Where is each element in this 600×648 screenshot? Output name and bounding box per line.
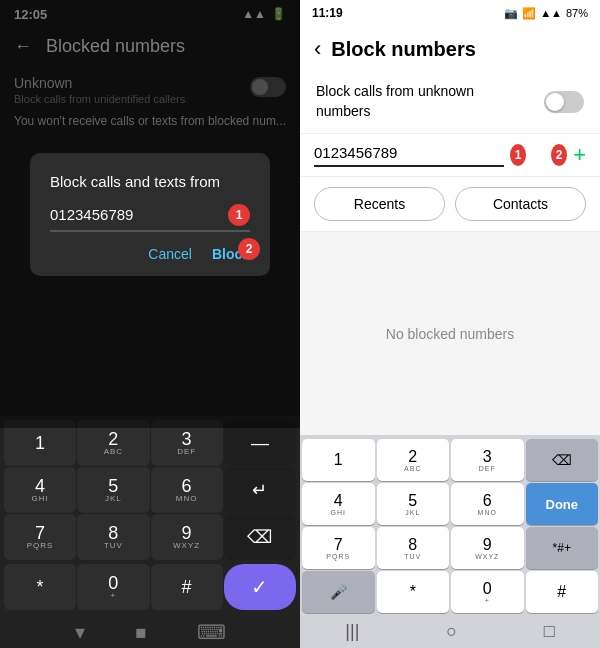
camera-icon: 📷 [504, 7, 518, 20]
rk-mic[interactable]: 🎤 [302, 571, 375, 613]
block-dialog: Block calls and texts from 0123456789 1 … [30, 153, 270, 276]
nav-home-icon: ◼ [135, 624, 147, 640]
left-nav-bar: ▾ ◼ ⌨ [0, 614, 300, 648]
cancel-button[interactable]: Cancel [148, 246, 192, 262]
right-time: 11:19 [312, 6, 343, 20]
rk-star[interactable]: * [377, 571, 450, 613]
block-unknown-toggle[interactable] [544, 91, 584, 113]
right-status-bar: 11:19 📷 📶 ▲▲ 87% [300, 0, 600, 26]
rk-done[interactable]: Done [526, 483, 599, 525]
key-newline[interactable]: ↵ [224, 467, 296, 513]
recents-button[interactable]: Recents [314, 187, 445, 221]
rk-row-2: 4GHI 5JKL 6MNO Done [302, 483, 598, 525]
dialog-input-value[interactable]: 0123456789 [50, 206, 222, 223]
signal-icon: ▲▲ [540, 7, 562, 19]
empty-label: No blocked numbers [386, 326, 514, 342]
right-page-title: Block numbers [331, 38, 475, 61]
rk-0[interactable]: 0+ [451, 571, 524, 613]
empty-state: No blocked numbers [300, 232, 600, 435]
keypad-grid: 1 2ABC 3DEF — 4GHI 5JKL 6MNO ↵ 7PQRS 8TU… [0, 416, 300, 560]
dialog-actions: Cancel Block 2 [50, 246, 250, 262]
keypad-bottom-row: * 0+ # ✓ [0, 560, 300, 614]
key-hash[interactable]: # [151, 564, 223, 610]
key-8[interactable]: 8TUV [77, 514, 149, 560]
rk-9[interactable]: 9WXYZ [451, 527, 524, 569]
nav-keyboard-icon[interactable]: ⌨ [197, 620, 226, 644]
contacts-button[interactable]: Contacts [455, 187, 586, 221]
rk-5[interactable]: 5JKL [377, 483, 450, 525]
rk-special[interactable]: *#+ [526, 527, 599, 569]
nav-chevron-icon: ▾ [75, 620, 85, 644]
dialog-title: Block calls and texts from [50, 173, 250, 190]
right-badge-1: 1 [510, 144, 526, 166]
right-nav-back-icon[interactable]: ||| [345, 621, 359, 642]
wifi-icon: 📶 [522, 7, 536, 20]
key-9[interactable]: 9WXYZ [151, 514, 223, 560]
block-unknown-label: Block calls from unknown numbers [316, 82, 496, 121]
keypad-area: 1 2ABC 3DEF — 4GHI 5JKL 6MNO ↵ 7PQRS 8TU… [0, 416, 300, 648]
add-number-button[interactable]: + [573, 142, 586, 168]
rk-4[interactable]: 4GHI [302, 483, 375, 525]
left-panel: 12:05 ▲▲ 🔋 ← Blocked numbers Unknown Blo… [0, 0, 300, 648]
rk-6[interactable]: 6MNO [451, 483, 524, 525]
rk-3[interactable]: 3DEF [451, 439, 524, 481]
rk-8[interactable]: 8TUV [377, 527, 450, 569]
rk-7[interactable]: 7PQRS [302, 527, 375, 569]
key-enter[interactable]: ✓ [224, 564, 296, 610]
rk-row-3: 7PQRS 8TUV 9WXYZ *#+ [302, 527, 598, 569]
right-nav-bar: ||| ○ □ [302, 615, 598, 646]
block-button[interactable]: Block 2 [212, 246, 250, 262]
right-badge-2: 2 [551, 144, 567, 166]
right-input-section: 1 2 + [300, 134, 600, 177]
right-status-icons: 📷 📶 ▲▲ 87% [504, 7, 588, 20]
right-keyboard: 1 2ABC 3DEF ⌫ 4GHI 5JKL 6MNO Done 7PQRS … [300, 435, 600, 648]
key-5[interactable]: 5JKL [77, 467, 149, 513]
rk-row-1: 1 2ABC 3DEF ⌫ [302, 439, 598, 481]
dialog-input-row: 0123456789 1 [50, 204, 250, 232]
right-panel: 11:19 📷 📶 ▲▲ 87% ‹ Block numbers Block c… [300, 0, 600, 648]
rk-hash[interactable]: # [526, 571, 599, 613]
rk-row-4: 🎤 * 0+ # [302, 571, 598, 613]
right-nav-home-icon[interactable]: ○ [446, 621, 457, 642]
battery-percentage: 87% [566, 7, 588, 19]
rk-2[interactable]: 2ABC [377, 439, 450, 481]
key-star[interactable]: * [4, 564, 76, 610]
rk-backspace[interactable]: ⌫ [526, 439, 599, 481]
phone-input[interactable] [314, 144, 504, 167]
key-backspace[interactable]: ⌫ [224, 514, 296, 560]
right-header: ‹ Block numbers [300, 26, 600, 70]
key-6[interactable]: 6MNO [151, 467, 223, 513]
key-0[interactable]: 0+ [77, 564, 149, 610]
key-7[interactable]: 7PQRS [4, 514, 76, 560]
dialog-badge-1: 1 [228, 204, 250, 226]
dialog-overlay: Block calls and texts from 0123456789 1 … [0, 0, 300, 428]
dialog-badge-2: 2 [238, 238, 260, 260]
right-back-button[interactable]: ‹ [314, 36, 321, 62]
right-nav-recent-icon[interactable]: □ [544, 621, 555, 642]
rk-1[interactable]: 1 [302, 439, 375, 481]
key-4[interactable]: 4GHI [4, 467, 76, 513]
filter-row: Recents Contacts [300, 177, 600, 232]
block-unknown-row: Block calls from unknown numbers [300, 70, 600, 134]
